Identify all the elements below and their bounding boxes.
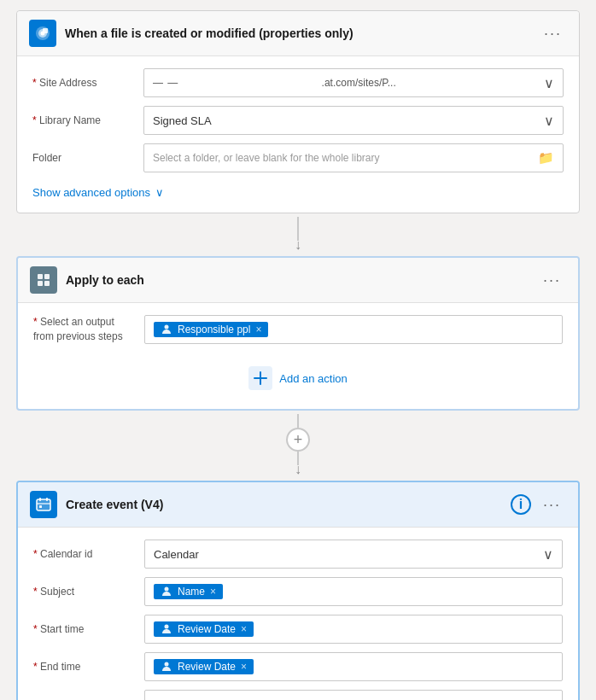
end-time-row: End time Review Date ×	[33, 652, 563, 681]
svg-rect-14	[46, 498, 48, 501]
trigger-advanced-chevron: ∨	[155, 186, 164, 199]
trigger-card-title: When a file is created or modified (prop…	[65, 26, 530, 40]
folder-icon: 📁	[538, 150, 554, 166]
create-card-body: Calendar id Calendar ∨ Subject Name	[18, 528, 578, 700]
calendar-id-field[interactable]: Calendar ∨	[144, 540, 563, 569]
apply-card-title: Apply to each	[66, 273, 529, 287]
trigger-advanced-options[interactable]: Show advanced options ∨	[32, 181, 564, 201]
create-card-title: Create event (V4)	[66, 498, 502, 511]
trigger-card-body: Site Address — — .at.com/sites/P... ∨ Li…	[17, 56, 579, 213]
trigger-card-header: When a file is created or modified (prop…	[17, 11, 579, 56]
flow-canvas: When a file is created or modified (prop…	[10, 10, 586, 700]
trigger-card-menu: ···	[539, 24, 567, 43]
subject-field[interactable]: Name ×	[144, 577, 563, 606]
time-zone-field[interactable]: (UTC+01:00) Amsterdam, Berlin, Bern, Rom…	[144, 690, 563, 700]
site-address-partial: .at.com/sites/P...	[322, 77, 396, 89]
apply-dots-button[interactable]: ···	[538, 271, 566, 289]
svg-rect-4	[38, 274, 43, 279]
start-time-token: Review Date ×	[154, 621, 254, 637]
library-name-row: Library Name Signed SLA ∨	[32, 106, 564, 135]
calendar-id-chevron: ∨	[543, 546, 553, 563]
trigger-dots-button[interactable]: ···	[539, 24, 567, 43]
start-time-label: Start time	[33, 623, 136, 635]
site-address-row: Site Address — — .at.com/sites/P... ∨	[32, 68, 564, 97]
end-time-token-label: Review Date	[178, 661, 236, 673]
select-output-row: Select an output from previous steps Res…	[33, 315, 563, 344]
calendar-id-label: Calendar id	[33, 548, 136, 560]
start-time-row: Start time Review Date ×	[33, 615, 563, 644]
apply-card: Apply to each ··· Select an output from …	[16, 256, 580, 411]
calendar-id-row: Calendar id Calendar ∨	[33, 540, 563, 569]
subject-name-token: Name ×	[154, 584, 223, 599]
connector-arrow-1: ↓	[295, 237, 301, 253]
library-name-field[interactable]: Signed SLA ∨	[143, 106, 564, 135]
start-time-token-close[interactable]: ×	[241, 623, 247, 635]
site-address-placeholder: — —	[153, 77, 178, 89]
library-name-value: Signed SLA	[153, 114, 212, 127]
responsible-ppl-token: Responsible ppl ×	[154, 322, 268, 337]
folder-field[interactable]: Select a folder, or leave blank for the …	[143, 143, 564, 172]
svg-point-17	[165, 587, 169, 592]
create-card-menu: i ···	[511, 494, 566, 515]
svg-rect-11	[37, 499, 50, 510]
create-event-card: Create event (V4) i ··· Calendar id Cale…	[16, 481, 580, 700]
svg-rect-6	[38, 281, 43, 286]
connector-1: ↓	[295, 213, 301, 256]
apply-icon	[30, 266, 57, 294]
plus-line-top	[297, 414, 299, 428]
create-info-button[interactable]: i	[511, 494, 531, 515]
time-zone-chevron: ∨	[543, 697, 553, 701]
folder-placeholder: Select a folder, or leave blank for the …	[153, 152, 538, 164]
svg-rect-16	[39, 505, 42, 508]
subject-token-close[interactable]: ×	[210, 586, 216, 598]
site-address-chevron: ∨	[544, 75, 554, 91]
select-output-field[interactable]: Responsible ppl ×	[144, 315, 563, 344]
site-address-field[interactable]: — — .at.com/sites/P... ∨	[143, 68, 564, 97]
token-close-button[interactable]: ×	[255, 324, 261, 335]
apply-card-body: Select an output from previous steps Res…	[18, 303, 578, 409]
svg-point-19	[165, 662, 169, 667]
plus-circle-button[interactable]: +	[286, 428, 310, 452]
sharepoint-icon	[29, 20, 56, 47]
library-name-chevron: ∨	[544, 113, 554, 129]
folder-row: Folder Select a folder, or leave blank f…	[32, 143, 564, 172]
apply-card-menu: ···	[538, 271, 566, 289]
select-output-label: Select an output from previous steps	[33, 315, 136, 344]
svg-point-8	[165, 325, 169, 330]
svg-rect-3	[43, 28, 48, 33]
start-time-token-label: Review Date	[178, 623, 236, 635]
create-dots-button[interactable]: ···	[538, 495, 566, 514]
svg-rect-13	[39, 498, 41, 501]
add-action-button[interactable]: Add an action	[248, 366, 348, 390]
trigger-advanced-label: Show advanced options	[32, 186, 150, 199]
end-time-token: Review Date ×	[154, 659, 254, 674]
site-address-label: Site Address	[32, 77, 135, 89]
svg-rect-7	[44, 281, 50, 286]
trigger-card: When a file is created or modified (prop…	[16, 10, 580, 213]
outlook-icon	[30, 491, 57, 518]
end-time-label: End time	[33, 661, 136, 673]
subject-row: Subject Name ×	[33, 577, 563, 606]
end-time-token-close[interactable]: ×	[241, 661, 247, 673]
plus-connector: + ↓	[286, 411, 310, 481]
folder-label: Folder	[32, 152, 135, 164]
end-time-field[interactable]: Review Date ×	[144, 652, 563, 681]
library-name-label: Library Name	[32, 114, 135, 126]
add-action-container: Add an action	[33, 353, 563, 397]
apply-card-header: Apply to each ···	[18, 258, 578, 303]
svg-rect-5	[44, 274, 50, 279]
calendar-id-value: Calendar	[154, 548, 199, 561]
svg-point-18	[165, 625, 169, 629]
create-card-header: Create event (V4) i ···	[18, 482, 578, 528]
svg-rect-10	[260, 371, 261, 385]
token-label: Responsible ppl	[178, 324, 250, 335]
time-zone-row: Time zone (UTC+01:00) Amsterdam, Berlin,…	[33, 690, 563, 700]
add-action-label: Add an action	[279, 372, 348, 385]
start-time-field[interactable]: Review Date ×	[144, 615, 563, 644]
plus-arrow: ↓	[295, 462, 301, 477]
add-action-icon-box	[248, 366, 272, 390]
subject-label: Subject	[33, 586, 136, 598]
subject-token-label: Name	[178, 586, 205, 598]
